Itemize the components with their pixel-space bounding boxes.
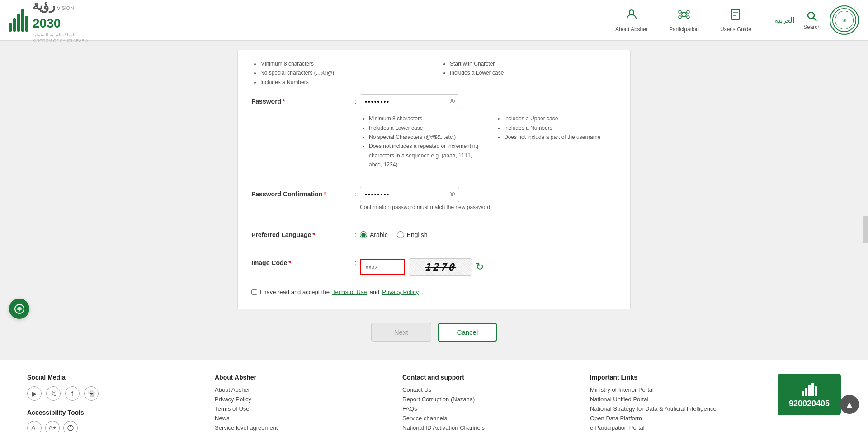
- username-rules: Minimum 8 characters No special characte…: [251, 59, 617, 87]
- decrease-font-btn[interactable]: A-: [27, 421, 42, 432]
- footer-terms[interactable]: Terms of Use: [215, 405, 384, 412]
- footer-contact-us[interactable]: Contact Us: [402, 386, 572, 393]
- rule-lower-case: Includes a Lower case: [450, 68, 617, 77]
- scrollbar-tab[interactable]: [863, 216, 868, 243]
- footer-eparticipation[interactable]: e-Participation Portal: [590, 424, 760, 431]
- radio-english-input[interactable]: [397, 231, 404, 238]
- terms-checkbox[interactable]: [251, 289, 257, 295]
- radio-arabic[interactable]: Arabic: [360, 231, 388, 238]
- password-confirm-label: Password Confirmation*: [251, 187, 351, 198]
- nav-participation[interactable]: Participation: [660, 3, 708, 38]
- password-colon: :: [351, 94, 360, 105]
- terms-and: and: [370, 289, 380, 295]
- main-nav: About Absher Participation: [606, 3, 761, 38]
- rule-start-char: Start with Charcter: [450, 59, 617, 68]
- increase-font-btn[interactable]: A+: [45, 421, 60, 432]
- footer-national-id[interactable]: National ID Activation Channels: [402, 424, 572, 431]
- password-input[interactable]: [360, 94, 459, 109]
- accessibility-btn[interactable]: [63, 421, 78, 432]
- users-guide-icon: [729, 8, 742, 24]
- nav-users-guide[interactable]: User's Guide: [711, 3, 761, 38]
- terms-text-pre: I have read and accept the: [260, 289, 330, 295]
- svg-text:⚜: ⚜: [843, 18, 846, 22]
- scroll-top-button[interactable]: ▲: [840, 395, 859, 414]
- svg-point-5: [687, 16, 689, 19]
- nav-about-absher[interactable]: About Absher: [606, 3, 657, 38]
- image-code-input[interactable]: [360, 259, 405, 275]
- rule-includes-numbers: Includes a Numbers: [260, 78, 427, 87]
- form-container: Minimum 8 characters No special characte…: [237, 50, 631, 309]
- image-code-field: 1270 ↻: [360, 256, 617, 276]
- footer-nup[interactable]: National Unified Portal: [590, 396, 760, 403]
- password-row: Password* : 👁 Minimum 8 characters Inclu…: [251, 90, 617, 174]
- password-rules-right: Includes a Upper case Includes a Numbers…: [495, 114, 617, 169]
- nav-guide-label: User's Guide: [720, 26, 751, 33]
- arabic-link[interactable]: العربية: [774, 16, 794, 24]
- footer-nazaha[interactable]: Report Corruption (Nazaha): [402, 396, 572, 403]
- footer-nsdata[interactable]: National Strategy for Data & Artificial …: [590, 405, 760, 412]
- footer-service-channels[interactable]: Service channels: [402, 415, 572, 422]
- rule-min-chars: Minimum 8 characters: [260, 59, 427, 68]
- footer-news[interactable]: News: [215, 415, 384, 422]
- password-confirm-row: Password Confirmation* : 👁 Confirmation …: [251, 182, 617, 215]
- footer-opendata[interactable]: Open Data Platform: [590, 415, 760, 422]
- search-label: Search: [803, 24, 821, 30]
- nav-participation-label: Participation: [669, 26, 699, 33]
- social-media-title: Social Media: [27, 374, 197, 381]
- chat-bubble[interactable]: [9, 299, 29, 319]
- accessibility-title: Accessibility Tools: [27, 409, 197, 416]
- youtube-icon[interactable]: ▶: [27, 386, 42, 401]
- password-toggle-icon[interactable]: 👁: [448, 98, 456, 106]
- captcha-value: 1270: [425, 261, 456, 273]
- image-code-wrap: 1270 ↻: [360, 256, 617, 276]
- footer-phone-box: 920020405: [778, 374, 841, 415]
- footer-social-col: Social Media ▶ 𝕏 f 👻 Accessibility Tools…: [27, 374, 197, 432]
- svg-line-8: [681, 16, 683, 17]
- snapchat-icon[interactable]: 👻: [84, 386, 99, 401]
- search-area[interactable]: Search: [803, 10, 821, 30]
- pw-rule-7: Does not include a part of the username: [504, 133, 617, 142]
- cancel-button[interactable]: Cancel: [438, 323, 497, 342]
- radio-arabic-input[interactable]: [360, 231, 367, 238]
- language-row: Preferred Language* : Arabic English: [251, 223, 617, 243]
- footer-about-absher[interactable]: About Absher: [215, 386, 384, 393]
- logo-text: رؤية VISION 2030 المملكة العربية السعودي…: [33, 0, 88, 43]
- confirm-note: Confirmation password must match the new…: [360, 204, 617, 210]
- password-confirm-input[interactable]: [360, 187, 459, 202]
- facebook-icon[interactable]: f: [65, 386, 80, 401]
- footer-faqs[interactable]: FAQs: [402, 405, 572, 412]
- footer-privacy[interactable]: Privacy Policy: [215, 396, 384, 403]
- footer-sla[interactable]: Service level agreement: [215, 424, 384, 431]
- terms-row: I have read and accept the Terms of Use …: [251, 289, 617, 295]
- about-absher-icon: [625, 8, 638, 24]
- image-code-label: Image Code*: [251, 256, 351, 266]
- social-icons: ▶ 𝕏 f 👻: [27, 386, 197, 401]
- logo: رؤية VISION 2030 المملكة العربية السعودي…: [9, 0, 88, 43]
- password-input-wrap: 👁: [360, 94, 459, 109]
- footer-moi[interactable]: Ministry of Interior Portal: [590, 386, 760, 393]
- svg-point-4: [679, 16, 681, 19]
- svg-point-14: [808, 12, 814, 19]
- pw-rule-2: Includes a Lower case: [369, 123, 481, 133]
- refresh-captcha-icon[interactable]: ↻: [476, 261, 484, 273]
- privacy-policy-link[interactable]: Privacy Policy: [382, 289, 419, 295]
- image-code-row: Image Code* : 1270 ↻: [251, 251, 617, 280]
- about-title: About Absher: [215, 374, 384, 381]
- pw-rule-6: Includes a Numbers: [504, 123, 617, 133]
- footer-contact-col: Contact and support Contact Us Report Co…: [402, 374, 572, 432]
- confirm-toggle-icon[interactable]: 👁: [448, 190, 456, 199]
- accessibility-tools: A- A+: [27, 421, 197, 432]
- radio-english[interactable]: English: [397, 231, 428, 238]
- captcha-image: 1270: [409, 258, 472, 276]
- contact-title: Contact and support: [402, 374, 572, 381]
- next-button[interactable]: Next: [371, 323, 431, 342]
- twitter-icon[interactable]: 𝕏: [46, 386, 61, 401]
- language-options: Arabic English: [360, 228, 617, 238]
- phone-number: 920020405: [787, 399, 832, 408]
- header: رؤية VISION 2030 المملكة العربية السعودي…: [0, 0, 868, 41]
- svg-line-9: [685, 16, 687, 17]
- phone-bars-icon: [787, 380, 832, 396]
- govt-logo: 🏛 ⚜: [830, 5, 859, 35]
- terms-of-use-link[interactable]: Terms of Use: [332, 289, 367, 295]
- language-field: Arabic English: [360, 228, 617, 238]
